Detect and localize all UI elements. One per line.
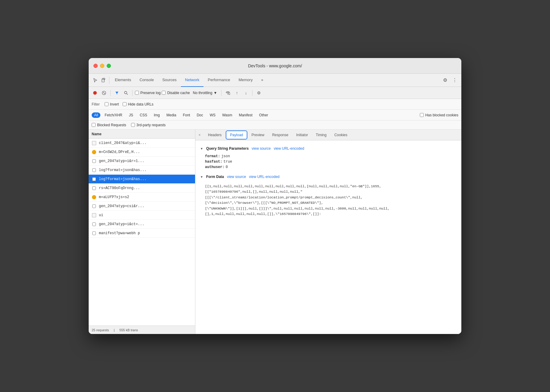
close-button[interactable] bbox=[93, 64, 98, 68]
search-button[interactable] bbox=[122, 89, 130, 97]
row-checkbox[interactable] bbox=[92, 204, 96, 208]
invert-checkbox[interactable] bbox=[105, 102, 108, 106]
clear-button[interactable] bbox=[100, 89, 108, 97]
query-view-source-link[interactable]: view source bbox=[252, 146, 270, 151]
invert-label[interactable]: Invert bbox=[105, 102, 119, 106]
type-btn-img[interactable]: Img bbox=[151, 112, 162, 118]
list-item[interactable]: rs=ACT90oFqOrnng... bbox=[89, 184, 195, 193]
tab-more[interactable]: » bbox=[257, 74, 267, 87]
doc-icon bbox=[92, 222, 96, 227]
row-checkbox[interactable] bbox=[92, 159, 96, 163]
tab-sources[interactable]: Sources bbox=[158, 74, 181, 87]
type-btn-wasm[interactable]: Wasm bbox=[220, 112, 235, 118]
type-btn-ws[interactable]: WS bbox=[207, 112, 218, 118]
doc-icon bbox=[92, 204, 96, 209]
blocked-requests-checkbox[interactable] bbox=[92, 123, 96, 127]
row-checkbox[interactable] bbox=[92, 177, 96, 181]
type-btn-manifest[interactable]: Manifest bbox=[237, 112, 255, 118]
type-btn-doc[interactable]: Doc bbox=[194, 112, 205, 118]
minimize-button[interactable] bbox=[100, 64, 104, 68]
upload-button[interactable]: ↑ bbox=[233, 89, 241, 97]
filter-button[interactable] bbox=[113, 89, 121, 97]
wifi-button[interactable]: ⚙ bbox=[224, 89, 232, 97]
tab-payload[interactable]: Payload bbox=[226, 130, 247, 139]
blocked-requests-label[interactable]: Blocked Requests bbox=[92, 123, 126, 127]
tab-cookies[interactable]: Cookies bbox=[331, 130, 351, 139]
row-checkbox[interactable] bbox=[92, 231, 96, 235]
preserve-log-label[interactable]: Preserve log bbox=[135, 91, 160, 95]
tab-preview[interactable]: Preview bbox=[248, 130, 268, 139]
request-items: client_204?&atyp=i&... m=CnSW2d,DPreE,H.… bbox=[89, 139, 195, 326]
list-item[interactable]: manifest?pwa=webh p bbox=[89, 229, 195, 238]
list-item[interactable]: client_204?&atyp=i&... bbox=[89, 139, 195, 148]
form-view-url-encoded-link[interactable]: view URL-encoded bbox=[249, 175, 280, 179]
collapse-triangle[interactable]: ▼ bbox=[200, 147, 203, 150]
hide-data-urls-label[interactable]: Hide data URLs bbox=[123, 102, 154, 106]
doc-icon bbox=[92, 186, 96, 191]
disable-cache-label[interactable]: Disable cache bbox=[162, 91, 190, 95]
list-item[interactable]: log?format=json&has... bbox=[89, 166, 195, 175]
doc-icon bbox=[92, 231, 96, 236]
preserve-log-checkbox[interactable] bbox=[135, 91, 139, 95]
record-button[interactable] bbox=[91, 89, 99, 97]
detail-content: ▼ Query String Parameters view source vi… bbox=[195, 140, 461, 334]
svg-text:⚙: ⚙ bbox=[229, 93, 230, 95]
tab-memory[interactable]: Memory bbox=[234, 74, 257, 87]
query-view-url-encoded-link[interactable]: view URL-encoded bbox=[274, 146, 304, 151]
list-item[interactable]: ui bbox=[89, 211, 195, 220]
form-data-section-header: ▼ Form Data view source view URL-encoded bbox=[200, 175, 457, 179]
list-item[interactable]: gen_204?atyp=csi&r... bbox=[89, 202, 195, 211]
maximize-button[interactable] bbox=[107, 64, 111, 68]
type-btn-css[interactable]: CSS bbox=[137, 112, 150, 118]
download-button[interactable]: ↓ bbox=[242, 89, 250, 97]
record-icon bbox=[93, 91, 97, 95]
third-party-requests-label[interactable]: 3rd-party requests bbox=[131, 123, 166, 127]
svg-point-5 bbox=[124, 91, 127, 94]
more-tools-button[interactable]: ⋮ bbox=[451, 76, 459, 84]
device-toolbar-button[interactable] bbox=[99, 76, 108, 84]
row-checkbox[interactable] bbox=[92, 186, 96, 190]
tab-headers[interactable]: Headers bbox=[204, 130, 225, 139]
network-settings-button[interactable]: ⚙ bbox=[255, 89, 263, 97]
has-blocked-cookies-checkbox[interactable] bbox=[420, 113, 424, 117]
tab-performance[interactable]: Performance bbox=[203, 74, 234, 87]
type-btn-js[interactable]: JS bbox=[127, 112, 136, 118]
third-party-checkbox[interactable] bbox=[131, 123, 135, 127]
list-item-selected[interactable]: log?format=json&has... bbox=[89, 175, 195, 184]
list-item[interactable]: gen_204?atyp=i&r=1... bbox=[89, 157, 195, 166]
tab-network[interactable]: Network bbox=[181, 74, 204, 87]
tab-timing[interactable]: Timing bbox=[312, 130, 330, 139]
gear-icon-sm bbox=[92, 150, 96, 155]
top-toolbar: Elements Console Sources Network Perform… bbox=[89, 74, 461, 87]
form-data-collapse-triangle[interactable]: ▼ bbox=[200, 175, 203, 179]
tab-response[interactable]: Response bbox=[268, 130, 292, 139]
filter-label: Filter bbox=[92, 102, 100, 106]
svg-rect-0 bbox=[102, 79, 104, 82]
has-blocked-cookies-label[interactable]: Has blocked cookies bbox=[420, 113, 458, 117]
row-checkbox[interactable] bbox=[92, 168, 96, 172]
type-btn-other[interactable]: Other bbox=[257, 112, 270, 118]
throttle-select[interactable]: No throttling ▼ bbox=[191, 90, 219, 96]
form-view-source-link[interactable]: view source bbox=[227, 175, 246, 179]
list-item[interactable]: m=CnSW2d,DPreE,H... bbox=[89, 148, 195, 157]
settings-button[interactable]: ⚙ bbox=[441, 76, 449, 84]
tab-initiator[interactable]: Initiator bbox=[292, 130, 311, 139]
list-item[interactable]: gen_204?atyp=i&ct=... bbox=[89, 220, 195, 229]
type-btn-fetch-xhr[interactable]: Fetch/XHR bbox=[102, 112, 125, 118]
type-btn-media[interactable]: Media bbox=[164, 112, 179, 118]
disable-cache-checkbox[interactable] bbox=[162, 91, 166, 95]
inspect-element-button[interactable] bbox=[91, 76, 99, 84]
cursor-icon bbox=[93, 78, 98, 83]
close-detail-button[interactable]: × bbox=[197, 132, 203, 138]
devtools-window: DevTools - www.google.com/ Elements Cons… bbox=[89, 58, 461, 334]
type-btn-all[interactable]: All bbox=[92, 112, 100, 118]
hide-data-urls-checkbox[interactable] bbox=[123, 102, 127, 106]
tab-console[interactable]: Console bbox=[135, 74, 158, 87]
row-checkbox[interactable] bbox=[92, 222, 96, 226]
list-item[interactable]: m=aLUfP?xjs=s2 bbox=[89, 193, 195, 202]
sep4 bbox=[252, 90, 252, 96]
type-btn-font[interactable]: Font bbox=[180, 112, 192, 118]
sep2 bbox=[132, 90, 133, 96]
titlebar: DevTools - www.google.com/ bbox=[89, 58, 461, 74]
tab-elements[interactable]: Elements bbox=[111, 74, 135, 87]
